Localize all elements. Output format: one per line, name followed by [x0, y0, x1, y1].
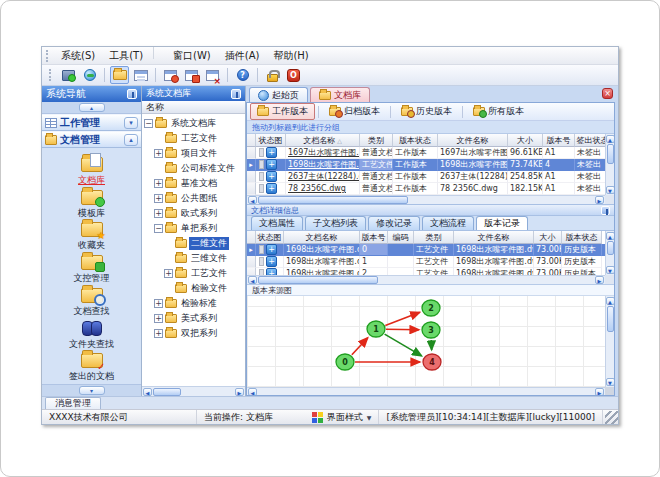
group-by-bar[interactable]: 拖动列标题到此进行分组 [247, 121, 614, 134]
table-row[interactable]: ▸+1698出水嘴零件图.dwg工艺文件工作版本1698出水嘴零件图.dwg73… [247, 159, 605, 171]
table-row[interactable]: +2637主体(12284).dwg普通文档工作版本2637主体(12284).… [247, 171, 605, 183]
sidebar-item-folder-search[interactable]: 文件夹查找 [45, 319, 139, 352]
work-version-button[interactable]: 工作版本 [250, 103, 315, 120]
tree-expander-icon[interactable]: − [144, 119, 153, 128]
tree-node-label[interactable]: 系统文档库 [169, 117, 218, 130]
scroll-right-arrow-icon[interactable]: ▶ [595, 388, 604, 396]
document-table-hscrollbar[interactable]: ◀ ▶ [247, 195, 605, 204]
scroll-left-arrow-icon[interactable]: ◀ [248, 196, 257, 204]
tree-node[interactable]: 公司标准文件 [154, 161, 245, 176]
menu-window[interactable]: 窗口(W) [166, 47, 218, 65]
archive-version-button[interactable]: 归档版本 [322, 103, 387, 120]
tree-node-label[interactable]: 公司标准文件 [179, 162, 237, 175]
tree-node-label[interactable]: 基准文档 [179, 177, 219, 190]
sidebar-item-favorites[interactable]: 收藏夹 [45, 220, 139, 253]
tree-node[interactable]: −系统文档库 [144, 116, 245, 131]
tree-node[interactable]: +欧式系列 [154, 206, 245, 221]
version-table-hscrollbar[interactable]: ◀ ▶ [247, 275, 605, 284]
tree-node-label[interactable]: 公共图纸 [179, 192, 219, 205]
scroll-down-arrow-icon[interactable]: ▼ [606, 378, 615, 386]
cell[interactable]: 1697出水嘴零件图.dwg [286, 147, 360, 159]
scrollbar-thumb[interactable] [258, 276, 378, 284]
sidebar-item-document-library[interactable]: 文档库 [45, 155, 139, 188]
scroll-up-arrow-icon[interactable]: ▲ [606, 232, 615, 240]
tree-node[interactable]: +检验标准 [154, 296, 245, 311]
resize-grip[interactable] [605, 411, 618, 424]
library-open-button[interactable] [110, 66, 129, 84]
all-version-button[interactable]: 所有版本 [466, 103, 531, 120]
column-header-4[interactable]: 编码 [388, 231, 414, 244]
pin-icon[interactable] [231, 89, 241, 99]
tree-node[interactable]: +工艺文件 [164, 266, 245, 281]
close-tab-icon[interactable]: × [602, 88, 613, 99]
document-table-vscrollbar[interactable]: ▲ ▼ [605, 134, 614, 195]
collapse-down-button[interactable]: ▾ [79, 386, 105, 395]
sidebar-item-doc-search[interactable]: 文档查找 [45, 286, 139, 319]
column-header-8[interactable]: 版本状态 [562, 231, 602, 244]
table-row[interactable]: +1697出水嘴零件图.dwg普通文档工作版本1697出水嘴零件图.dwg96.… [247, 147, 605, 159]
scroll-left-arrow-icon[interactable]: ◀ [248, 276, 257, 284]
tree-node[interactable]: +美式系列 [154, 311, 245, 326]
scroll-right-arrow-icon[interactable]: ▶ [595, 196, 604, 204]
tree-node[interactable]: 三维文件 [164, 251, 245, 266]
tree-node-label[interactable]: 美式系列 [179, 312, 219, 325]
tree-expander-icon[interactable]: + [154, 194, 163, 203]
chevron-icon[interactable]: ▾ [124, 117, 138, 129]
column-header-3[interactable]: 类别 [360, 134, 393, 147]
scrollbar-thumb[interactable] [607, 306, 614, 332]
tab-start-page[interactable]: 起始页 [249, 87, 308, 102]
column-header-6[interactable]: 文件名称 [454, 231, 534, 244]
tree-node-label[interactable]: 工艺文件 [189, 267, 229, 280]
tree-node[interactable]: 检验文件 [164, 281, 245, 296]
chevron-icon[interactable]: ▴ [124, 134, 138, 146]
scrollbar-thumb[interactable] [607, 144, 614, 164]
column-header-1[interactable]: 状态图 [256, 231, 284, 244]
tree-expander-icon[interactable]: + [154, 179, 163, 188]
tree-node-label[interactable]: 二维文件 [189, 237, 229, 250]
ui-style-button[interactable]: 界面样式 ▼ [305, 410, 380, 424]
tree-node-label[interactable]: 单把系列 [179, 222, 219, 235]
scroll-down-arrow-icon[interactable]: ▼ [606, 266, 615, 274]
table-row[interactable]: +1698出水嘴零件图.dwg2工艺文件1698出水嘴零件图.dwg73.00K… [247, 268, 605, 275]
doc-windows-button[interactable] [182, 66, 201, 84]
exit-button[interactable]: O [284, 66, 303, 84]
graph-hscrollbar[interactable]: ◀ ▶ [247, 387, 605, 395]
tree-node[interactable]: +基准文档 [154, 176, 245, 191]
tree-node[interactable]: +公共图纸 [154, 191, 245, 206]
close-doc-window-button[interactable] [203, 66, 222, 84]
column-header-8[interactable]: 签出状态 [575, 134, 605, 147]
tree-node[interactable]: +双把系列 [154, 326, 245, 341]
scrollbar-thumb[interactable] [153, 388, 181, 396]
column-header-2[interactable]: 文档名称△ [286, 134, 360, 147]
column-header-5[interactable]: 类别 [414, 231, 454, 244]
table-row[interactable]: +1698出水嘴零件图.dwg1工艺文件1698出水嘴零件图.dwg73.00K… [247, 256, 605, 268]
tree-node-label[interactable]: 欧式系列 [179, 207, 219, 220]
graph-vscrollbar[interactable]: ▲ ▼ [605, 296, 614, 387]
scroll-right-arrow-icon[interactable]: ▶ [235, 388, 244, 396]
cell[interactable]: 1698出水嘴零件图.dwg [286, 159, 360, 171]
detail-tab-subdoc-list[interactable]: 子文档列表 [305, 216, 366, 230]
menu-tools[interactable]: 工具(T) [102, 47, 150, 65]
column-header-7[interactable]: 大小 [534, 231, 562, 244]
version-table-vscrollbar[interactable]: ▲ ▼ [605, 231, 614, 275]
cell[interactable]: 78 2356C.dwg [286, 183, 360, 195]
history-version-button[interactable]: 历史版本 [394, 103, 459, 120]
pin-icon[interactable] [127, 89, 137, 99]
scroll-up-arrow-icon[interactable]: ▲ [606, 297, 615, 305]
column-header-7[interactable]: 版本号 [543, 134, 575, 147]
tree-expander-icon[interactable]: + [154, 299, 163, 308]
web-button[interactable] [80, 66, 99, 84]
detail-tab-doc-properties[interactable]: 文档属性 [251, 216, 303, 230]
tree-node[interactable]: 工艺文件 [154, 131, 245, 146]
message-management-tab[interactable]: 消息管理 [45, 397, 101, 409]
sidebar-item-template-library[interactable]: 模板库 [45, 188, 139, 221]
tree-node-label[interactable]: 三维文件 [189, 252, 229, 265]
version-graph[interactable]: 01234 [247, 296, 605, 387]
tree-column-header[interactable]: 名称 [142, 101, 245, 114]
scrollbar-thumb[interactable] [258, 196, 408, 204]
tree-node[interactable]: +项目文件 [154, 146, 245, 161]
scroll-up-arrow-icon[interactable]: ▲ [606, 135, 615, 143]
tab-document-library[interactable]: 文档库 [310, 87, 370, 102]
tree-node-label[interactable]: 项目文件 [179, 147, 219, 160]
scroll-left-arrow-icon[interactable]: ◀ [248, 388, 257, 396]
